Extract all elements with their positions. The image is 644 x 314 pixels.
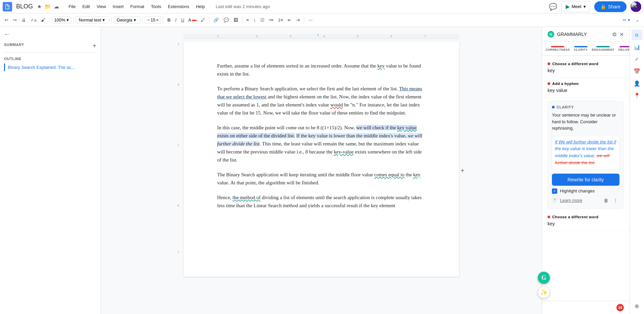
decrease-size[interactable]: − <box>147 17 150 23</box>
menu-view[interactable]: View <box>94 3 109 10</box>
grammarly-settings-icon[interactable]: ⚙ <box>612 31 617 38</box>
outline-section-header: OUTLINE <box>4 57 96 61</box>
clarity-block-title: CLARITY <box>557 105 574 109</box>
document-area[interactable]: 1 2 3 4 5 6 7 3 4 5 6 7 Further, assume … <box>101 27 542 314</box>
share-button[interactable]: 🔒 Share <box>594 1 627 12</box>
grammarly-sidebar-icon[interactable]: G <box>632 30 642 40</box>
calendar-icon[interactable]: 📅 <box>632 66 642 77</box>
comment-button[interactable]: 💬 <box>222 16 231 24</box>
underlined-comes-equal: comes equal to <box>374 172 404 177</box>
summary-section-header: SUMMARY + <box>4 42 96 50</box>
learn-more-link[interactable]: Learn more <box>560 198 599 203</box>
separator-6 <box>209 17 209 24</box>
separator-8 <box>304 17 304 24</box>
font-selector[interactable]: Georgia ▾ <box>114 16 140 24</box>
tab-correctness[interactable]: CORRECTNESS <box>544 45 572 53</box>
meet-button[interactable]: ▶ Meet ▾ <box>561 1 590 12</box>
last-edit: Last edit was 2 minutes ago <box>216 4 270 9</box>
google-sheets-icon[interactable]: 📊 <box>632 42 642 52</box>
contacts-icon[interactable]: 👤 <box>632 78 642 89</box>
delete-suggestion-button[interactable]: 🗑 <box>602 196 610 205</box>
avatar[interactable] <box>631 1 641 12</box>
suggestion-choose-word-2[interactable]: Choose a different word key <box>542 212 629 231</box>
tab-clarity[interactable]: CLARITY <box>572 45 590 53</box>
underline-button[interactable]: U <box>179 16 186 24</box>
spellcheck-button[interactable]: ✓a <box>29 16 38 24</box>
doc-icons: ★ 📁 ☁ <box>37 3 59 10</box>
app-icon[interactable] <box>3 2 12 11</box>
more-options-button[interactable]: ⋮ <box>611 196 619 205</box>
rewrite-for-clarity-button[interactable]: Rewrite for clarity <box>552 174 619 186</box>
indent-increase-button[interactable]: ⇥ <box>294 16 302 24</box>
menu-insert[interactable]: Insert <box>110 3 126 10</box>
zoom-control[interactable]: 100% ▾ <box>52 16 71 24</box>
menu-edit[interactable]: Edit <box>80 3 92 10</box>
redo-button[interactable]: ↪ <box>11 16 19 24</box>
outline-item-binary-search[interactable]: Binary Search Explained: The ac... <box>4 63 96 71</box>
summary-label: SUMMARY <box>4 43 24 47</box>
suggestion-choose-word-1[interactable]: Choose a different word key <box>542 58 629 78</box>
right-sidebar-icons: G 📊 ✓ 📅 👤 📍 ⊕ <box>629 27 644 314</box>
suggest-button[interactable]: ✏ ▾ <box>621 16 632 24</box>
menu-tools[interactable]: Tools <box>148 3 164 10</box>
sidebar-back-button[interactable]: ← <box>4 31 96 38</box>
add-ons-icon[interactable]: ⊕ <box>632 301 642 311</box>
map-pin-icon: 📍 <box>634 92 640 99</box>
italic-button[interactable]: I <box>173 16 178 24</box>
suggestion-hyphen[interactable]: Add a hyphen key value <box>542 78 629 98</box>
grammarly-header: G GRAMMARLY ⚙ ✕ <box>542 27 629 42</box>
text-color-button[interactable]: A <box>187 17 198 23</box>
dot-red-1 <box>548 62 550 65</box>
star-icon[interactable]: ★ <box>37 3 42 10</box>
bold-button[interactable]: B <box>165 16 172 24</box>
add-content-button[interactable]: + <box>460 167 465 174</box>
text-color-icon: A <box>188 17 191 23</box>
suggestion-label-1: Choose a different word <box>552 62 598 66</box>
separator-3 <box>111 17 112 24</box>
color-swatch <box>192 20 197 21</box>
font-size-control[interactable]: − 15 + <box>145 16 161 24</box>
indent-decrease-button[interactable]: ⇤ <box>286 16 293 24</box>
paint-format-button[interactable]: 🖌 <box>39 16 47 24</box>
numbered-list-button[interactable]: 1≡ <box>276 16 285 24</box>
underlined-method: the method of <box>233 195 260 200</box>
style-selector[interactable]: Normal text ▾ <box>76 16 109 24</box>
bulleted-list-button[interactable]: •≡ <box>267 16 275 24</box>
cloud-icon[interactable]: ☁ <box>54 3 59 10</box>
menu-file[interactable]: File <box>66 3 78 10</box>
add-summary-button[interactable]: + <box>92 42 96 50</box>
font-value: Georgia <box>117 17 132 23</box>
underlined-key-value-2: key-value <box>334 149 354 154</box>
maps-icon[interactable]: 📍 <box>632 90 642 101</box>
undo-button[interactable]: ↩ <box>3 16 10 24</box>
grammarly-logo: G <box>548 31 554 38</box>
tasks-icon[interactable]: ✓ <box>632 54 642 64</box>
increase-size[interactable]: + <box>156 17 159 23</box>
paragraph-1: Further, assume a list of elements sorte… <box>217 62 426 78</box>
highlight-color-button[interactable]: 🖊 <box>199 16 207 24</box>
checklist-button[interactable]: ☑ <box>258 16 267 24</box>
tab-delivery[interactable]: DELIVERY <box>616 45 629 53</box>
sidebar: ← SUMMARY + OUTLINE Binary Search Explai… <box>0 27 101 314</box>
grammarly-float-button[interactable]: G <box>538 272 542 284</box>
grammarly-close-icon[interactable]: ✕ <box>619 31 624 38</box>
expand-button[interactable]: ⌄ <box>634 16 641 24</box>
more-button[interactable]: ⋯ <box>306 16 315 24</box>
chat-icon[interactable]: 💬 <box>549 3 557 11</box>
line-spacing-button[interactable]: ↕ <box>252 16 258 24</box>
highlight-changes-checkbox[interactable]: ✓ <box>552 188 557 194</box>
align-button[interactable]: ≡ <box>244 16 251 24</box>
menu-format[interactable]: Format <box>128 3 147 10</box>
dot-red-2 <box>548 82 550 85</box>
folder-icon[interactable]: 📁 <box>44 3 51 10</box>
highlight-changes-row: ✓ Highlight changes <box>552 188 619 194</box>
meet-label: Meet <box>572 4 581 9</box>
menu-help[interactable]: Help <box>193 3 208 10</box>
image-button[interactable]: 🖼 <box>232 16 240 24</box>
ai-float-button[interactable]: ✨ <box>538 286 542 299</box>
print-button[interactable]: 🖨 <box>19 16 28 24</box>
tab-engagement[interactable]: ENGAGEMENT <box>590 45 616 53</box>
link-button[interactable]: 🔗 <box>211 16 221 24</box>
menu-extensions[interactable]: Extensions <box>165 3 192 10</box>
document-page[interactable]: 3 4 5 6 7 Further, assume a list of elem… <box>184 42 459 277</box>
